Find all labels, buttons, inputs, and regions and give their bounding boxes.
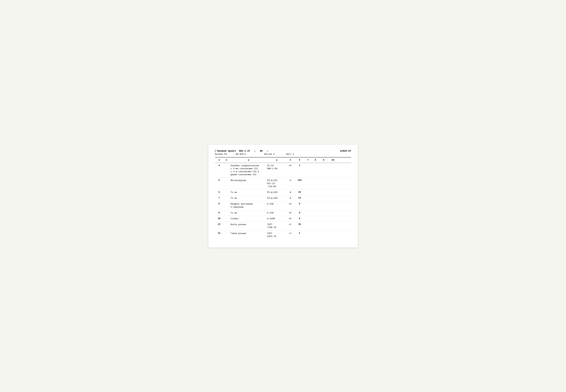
table-row: 4Коробка соединительнаяс 4-мя сальниками… [215, 163, 351, 178]
cell-8-4: ГОСТ7798-70 [267, 223, 286, 229]
cell-5-4: К-238 [267, 203, 286, 206]
page: Типовой проект 902-1-37 — 80 — 12945-07 … [209, 145, 358, 248]
cell-2-4: РЗ-Ц-Х22ОТУ-22--II8-66 [267, 179, 286, 188]
col-header-6: 6 [295, 159, 305, 162]
cell-8-3: Болты разные [230, 223, 267, 226]
cell-3-6: IO [295, 191, 305, 194]
header-subtitle: Альбом УП. - ЭА-ЗСО/3 Листов 4 Лист 3 [215, 153, 351, 155]
sheet-label: Лист 3 [286, 153, 294, 155]
cell-6-5: шт [286, 211, 295, 214]
cell-8-6: IO [295, 223, 305, 225]
col-header-9: 9 [320, 159, 328, 162]
table-row: 5МеталлорукавРЗ-Ц-Х22ОТУ-22--II8-66мI45 [215, 178, 351, 190]
table-row: I2Гайки разныеГОСТ5ЗI5-70кгI [215, 231, 351, 239]
album-code: - ЭА-ЗСО/3 [233, 153, 246, 155]
cell-9-1: I2 [215, 232, 223, 235]
table-row: 9То жеК-236шт8 [215, 210, 351, 216]
cell-4-6: I5 [295, 197, 305, 199]
cell-3-3: То же [230, 191, 267, 194]
cell-7-5: шт [286, 217, 295, 220]
doc-number: 12945-07 [340, 150, 351, 152]
cell-1-6: I [295, 164, 305, 167]
cell-5-6: 6 [295, 203, 305, 205]
sheets-label: Листов 4 [264, 153, 274, 155]
col-header-4: 4 [267, 159, 286, 162]
table-row: 6То жеРЗ-Ц-Х29мIO [215, 190, 351, 196]
table-row: IOСтойкаК-ЗIОМшт8 [215, 216, 351, 222]
cell-7-3: Стойка [230, 217, 267, 220]
col-header-2: 2 [223, 159, 230, 162]
header-section: Типовой проект 902-1-37 — 80 — 12945-07 … [215, 150, 351, 155]
cell-7-6: 8 [295, 217, 305, 220]
album-label: Альбом УП. [215, 153, 228, 155]
cell-4-5: м [286, 197, 295, 199]
project-label: Типовой проект [217, 150, 236, 152]
cell-2-6: I45 [295, 179, 305, 182]
cell-5-5: шт [286, 203, 295, 205]
cell-4-1: 7 [215, 197, 223, 199]
cell-2-1: 5 [215, 179, 223, 182]
col-header-10: IO [328, 159, 338, 162]
cell-7-1: IO [215, 217, 223, 220]
cell-4-4: РЗ-Ц-ХЗЗ [267, 197, 286, 200]
col-header-7: 7 [305, 159, 311, 162]
cell-9-6: I [295, 232, 305, 235]
cell-6-1: 9 [215, 211, 223, 214]
cell-9-5: кг [286, 232, 295, 235]
cell-3-5: м [286, 191, 295, 194]
col-header-5: 5 [286, 159, 295, 162]
cell-5-1: 8 [215, 203, 223, 205]
cell-9-4: ГОСТ5ЗI5-70 [267, 232, 286, 238]
page-number: 80 [260, 150, 263, 152]
cell-6-6: 8 [295, 211, 305, 214]
table-row: 8Профиль монтажный2-образныйК-238шт6 [215, 201, 351, 210]
table-row: IIБолты разныеГОСТ7798-70кгIO [215, 222, 351, 231]
col-header-3: 3 [230, 159, 267, 162]
cell-4-3: То же [230, 197, 267, 200]
project-title: Типовой проект 902-1-37 — 80 — [217, 150, 268, 152]
cell-1-3: Коробка соединительнаяс 4-мя сальниками … [230, 164, 267, 176]
cell-3-4: РЗ-Ц-Х29 [267, 191, 286, 194]
cell-9-3: Гайки разные [230, 232, 267, 235]
cell-1-5: шт [286, 164, 295, 167]
heavy-divider [215, 157, 351, 157]
cell-3-1: 6 [215, 191, 223, 194]
cell-2-5: м [286, 179, 295, 182]
table-row: 7То жеРЗ-Ц-ХЗЗмI5 [215, 196, 351, 201]
header-left: Типовой проект 902-1-37 — 80 — [215, 150, 268, 152]
header-top: Типовой проект 902-1-37 — 80 — 12945-07 [215, 150, 351, 152]
cell-2-3: Металлорукав [230, 179, 267, 182]
cell-8-5: кг [286, 223, 295, 225]
cell-6-3: То же [230, 211, 267, 214]
cell-7-4: К-ЗIОМ [267, 217, 286, 220]
cell-5-3: Профиль монтажный2-образный [230, 203, 267, 209]
table-header: I 2 3 4 5 6 7 8 9 IO [215, 158, 351, 163]
col-header-1: I [215, 159, 223, 162]
cell-6-4: К-236 [267, 211, 286, 214]
col-header-8: 8 [311, 159, 320, 162]
cell-1-1: 4 [215, 164, 223, 167]
project-number: 902-1-37 [239, 150, 250, 152]
cell-8-1: II [215, 223, 223, 225]
cell-1-4: СК-24ОН8-I-64 [267, 164, 286, 170]
table-body: 4Коробка соединительнаяс 4-мя сальниками… [215, 163, 351, 239]
